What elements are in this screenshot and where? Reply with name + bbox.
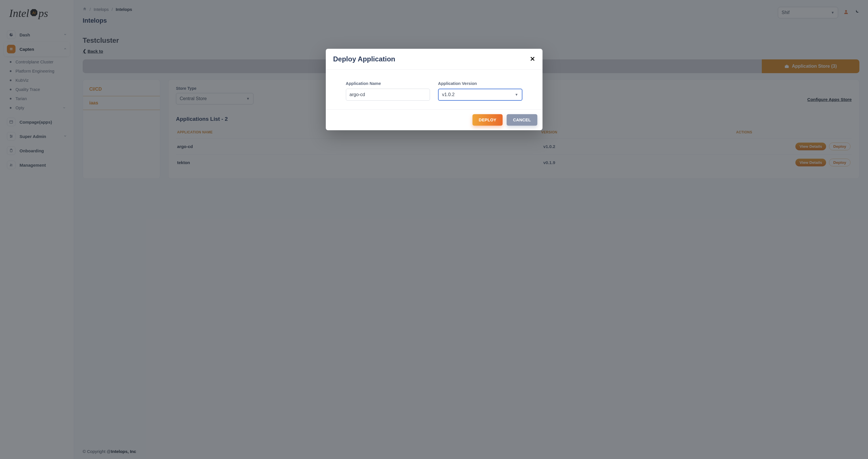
- modal-footer: DEPLOY CANCEL: [326, 109, 542, 130]
- application-name-label: Application Name: [346, 81, 430, 86]
- deploy-confirm-button[interactable]: DEPLOY: [472, 114, 503, 126]
- modal-title: Deploy Application: [333, 55, 395, 63]
- modal-overlay[interactable]: Deploy Application ✕ Application Name Ap…: [0, 0, 868, 459]
- deploy-application-modal: Deploy Application ✕ Application Name Ap…: [326, 49, 542, 130]
- close-icon[interactable]: ✕: [530, 55, 535, 63]
- modal-header: Deploy Application ✕: [326, 49, 542, 70]
- cancel-button[interactable]: CANCEL: [507, 114, 537, 126]
- application-version-label: Application Version: [438, 81, 522, 86]
- application-version-value: v1.0.2: [442, 92, 455, 97]
- application-version-select[interactable]: v1.0.2 ▼: [438, 89, 522, 101]
- chevron-down-icon: ▼: [515, 93, 518, 97]
- application-name-input[interactable]: [346, 89, 430, 101]
- modal-body: Application Name Application Version v1.…: [326, 70, 542, 109]
